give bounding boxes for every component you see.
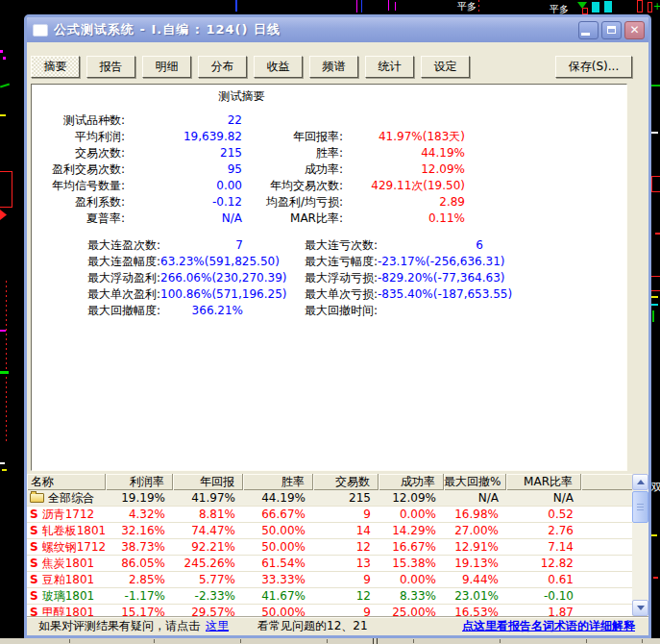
candle <box>637 0 643 12</box>
name-cell: S玻璃1801 <box>27 588 106 604</box>
chart-fragment <box>650 304 658 306</box>
summary-row: 最大浮动盈利:266.06%(230,270.39)最大浮动亏损:-829.20… <box>32 270 626 286</box>
instrument-name: 豆粕1801 <box>42 572 95 587</box>
chart-fragment <box>2 469 7 471</box>
summary-ll: 最大连盈幅度: <box>32 254 160 270</box>
name-cell: 全部综合 <box>27 490 106 506</box>
s-icon: S <box>30 507 38 522</box>
minimize-button[interactable] <box>578 21 599 39</box>
column-header[interactable]: 年回报 <box>173 474 243 490</box>
value-cell: 41.67% <box>243 588 313 604</box>
window-title: 公式测试系统 - I.自编 : 124() 日线 <box>54 21 575 38</box>
table-row[interactable]: S沥青17124.32%8.81%66.67%90.00%16.98%0.52 <box>27 507 632 523</box>
summary-title: 测试摘要 <box>32 88 452 105</box>
tab-频谱[interactable]: 频谱 <box>309 56 358 78</box>
value-cell: 33.33% <box>243 572 313 587</box>
status-bar: 如果对评测结果有疑问，请点击这里看常见问题的12、21 点这里看报告名词术语的详… <box>27 616 648 635</box>
value-cell: 15.38% <box>379 556 444 571</box>
table-row[interactable]: S螺纹钢171238.73%92.21%50.00%1216.67%12.91%… <box>27 539 632 556</box>
summary-lv: 0.00 <box>125 178 242 194</box>
maximize-button[interactable] <box>601 21 622 39</box>
summary-rl: 成功率: <box>242 161 343 178</box>
value-cell: 41.97% <box>173 490 243 506</box>
summary-row: 盈利交易次数:95成功率:12.09% <box>32 161 626 178</box>
table-row[interactable]: S轧卷板180132.16%74.47%50.00%1414.29%27.00%… <box>27 523 632 539</box>
tab-设定[interactable]: 设定 <box>421 56 470 78</box>
title-bar[interactable]: 公式测试系统 - I.自编 : 124() 日线 ✕ <box>27 17 648 42</box>
summary-row: 最大单次盈利:100.86%(571,196.25)最大单次亏损:-835.40… <box>32 286 626 303</box>
chart-marker-label: 平多 <box>550 5 569 14</box>
column-header[interactable]: 名称 <box>27 474 106 490</box>
name-cell: S沥青1712 <box>27 507 106 522</box>
column-header[interactable]: 最大回撤% <box>444 474 506 490</box>
s-icon: S <box>30 572 38 587</box>
scroll-up-button[interactable] <box>632 474 648 490</box>
summary-lv: 63.23%(591,825.50) <box>160 254 243 270</box>
status-link-glossary[interactable]: 点这里看报告名词术语的详细解释 <box>462 617 635 635</box>
name-cell: S豆粕1801 <box>27 572 106 587</box>
save-button[interactable]: 保存(S)... <box>555 56 632 78</box>
column-header[interactable]: 利润率 <box>106 474 173 490</box>
tab-报告[interactable]: 报告 <box>86 56 135 78</box>
table-row[interactable]: S豆粕18012.85%5.77%33.33%90.00%9.44%0.61 <box>27 572 632 588</box>
summary-lv: N/A <box>125 211 242 227</box>
table-row[interactable]: 全部综合19.19%41.97%44.19%21512.09%N/AN/A <box>27 490 632 507</box>
chart-date-axis <box>0 638 660 644</box>
value-cell: 9 <box>313 572 379 587</box>
value-cell: -1.17% <box>106 588 173 604</box>
table-row[interactable]: S焦炭180186.05%245.26%61.54%1315.38%19.13%… <box>27 556 632 572</box>
column-header[interactable]: 交易数 <box>313 474 379 490</box>
formula-test-dialog: 公式测试系统 - I.自编 : 124() 日线 ✕ 摘要报告明细分布收益频谱统… <box>24 14 651 638</box>
summary-ll: 最大连盈次数: <box>32 237 160 254</box>
close-button[interactable]: ✕ <box>624 21 645 39</box>
chart-backdrop-dashes <box>6 281 7 444</box>
column-header[interactable]: MAR比率 <box>506 474 581 490</box>
scrollbar-thumb[interactable] <box>632 491 648 523</box>
close-icon: ✕ <box>629 24 639 36</box>
chevron-down-icon <box>637 606 645 610</box>
tab-明细[interactable]: 明细 <box>142 56 191 78</box>
axis-tick <box>500 639 501 643</box>
value-cell: 15.17% <box>106 605 173 616</box>
value-cell: 16.53% <box>444 605 506 616</box>
summary-ll: 年均信号数量: <box>32 178 125 194</box>
column-header[interactable]: 成功率 <box>379 474 444 490</box>
column-header-filler <box>581 474 632 490</box>
summary-rl: 均盈利/均亏损: <box>242 194 343 211</box>
value-cell: 16.98% <box>444 507 506 522</box>
summary-rv: 12.09% <box>343 161 465 178</box>
summary-lv: 100.86%(571,196.25) <box>160 286 243 303</box>
name-cell: S螺纹钢1712 <box>27 539 106 555</box>
tab-统计[interactable]: 统计 <box>365 56 414 78</box>
chart-fragment <box>0 371 9 374</box>
table-scrollbar[interactable] <box>632 474 648 616</box>
value-cell: 12.82 <box>506 556 581 571</box>
screen: 平多 平多 + 双 公式测试系统 - I.自编 : 124() 日线 ✕ <box>0 0 660 644</box>
summary-lv: 22 <box>125 112 242 129</box>
summary-ll: 夏普率: <box>32 211 125 227</box>
table-row[interactable]: S玻璃1801-1.17%-2.33%41.67%128.33%23.01%-0… <box>27 588 632 605</box>
scroll-down-button[interactable] <box>632 600 648 616</box>
axis-tick <box>642 639 643 643</box>
summary-rv: -835.40%(-187,653.55) <box>378 286 483 303</box>
tab-收益[interactable]: 收益 <box>254 56 303 78</box>
value-cell: 16.67% <box>379 539 444 555</box>
chart-fragment <box>653 577 658 579</box>
summary-rv: 0.11% <box>343 211 465 227</box>
status-link-here[interactable]: 这里 <box>206 619 229 632</box>
tab-摘要[interactable]: 摘要 <box>31 56 80 78</box>
axis-tick <box>69 639 70 643</box>
value-cell: 61.54% <box>243 556 313 571</box>
value-cell: 13 <box>313 556 379 571</box>
summary-rv: 41.97%(183天) <box>343 129 465 145</box>
value-cell: 2.76 <box>506 523 581 538</box>
column-header[interactable]: 胜率 <box>243 474 313 490</box>
chart-fragment <box>650 132 658 134</box>
axis-tick <box>240 639 241 643</box>
value-cell: 86.05% <box>106 556 173 571</box>
tab-分布[interactable]: 分布 <box>198 56 247 78</box>
value-cell: 0.00% <box>379 572 444 587</box>
summary-rv: 44.19% <box>343 145 465 161</box>
table-row[interactable]: S甲醇180115.17%29.57%50.00%925.00%16.53%1.… <box>27 605 632 616</box>
name-cell: S甲醇1801 <box>27 605 106 616</box>
